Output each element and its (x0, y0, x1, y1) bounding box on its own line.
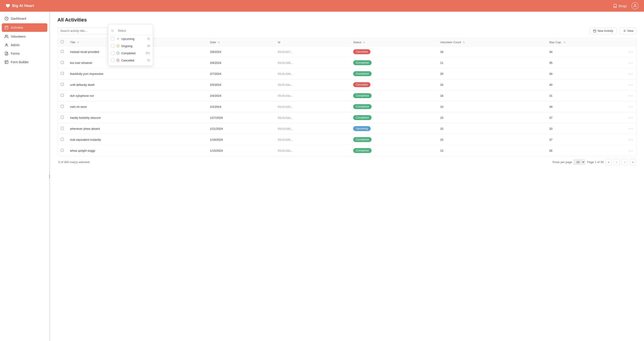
rows-per-page-control: Rows per page 10 25 50 (552, 159, 585, 165)
row-checkbox-5[interactable] (61, 105, 64, 108)
row-checkbox-6[interactable] (61, 116, 64, 119)
sidebar-label-volunteers: Volunteers (11, 35, 26, 38)
page-indicator: Page 1 of 30 (587, 160, 604, 164)
form-builder-icon (4, 60, 8, 64)
row-date: 1/27/2024 (207, 112, 275, 123)
search-input[interactable] (58, 27, 111, 34)
row-status: Cancelled (350, 46, 437, 57)
dropdown-search-input[interactable] (115, 27, 150, 34)
row-status: Completed (350, 101, 437, 112)
row-actions-button[interactable]: ··· (628, 60, 633, 65)
sidebar-label-activities: Activities (11, 26, 23, 29)
dropdown-item-upcoming[interactable]: Upcoming 31 (108, 35, 153, 42)
row-actions-button[interactable]: ··· (628, 126, 633, 131)
row-title: duh xylophone nor (67, 90, 207, 101)
row-actions-cell: ··· (626, 68, 636, 79)
header-volunteer-count[interactable]: Volunteer Count ⇅ (437, 38, 546, 46)
row-actions-cell: ··· (626, 134, 636, 145)
row-date: 1/21/2024 (207, 123, 275, 134)
dropdown-item-cancelled[interactable]: Cancelled 32 (108, 57, 153, 64)
sidebar-item-form-builder[interactable]: Form Builder (0, 58, 49, 66)
new-activity-button[interactable]: New Activity (590, 27, 617, 34)
table-row: thankfully yum impressive 2/7/2024 65c5c… (58, 68, 636, 79)
status-badge: Completed (353, 137, 372, 142)
header-status[interactable]: Status ⇅ (350, 38, 437, 46)
row-actions-button[interactable]: ··· (628, 71, 633, 76)
header-max-cap[interactable]: Max Cap. ⇅ (546, 38, 626, 46)
dropdown-label-ongoing: Ongoing (121, 44, 132, 48)
sidebar-label-dashboard: Dashboard (11, 17, 26, 20)
dropdown-cb-completed[interactable] (111, 51, 114, 55)
dropdown-label-upcoming: Upcoming (121, 37, 134, 40)
row-max-cap: 37 (546, 134, 626, 145)
dropdown-count-cancelled: 32 (147, 59, 150, 62)
status-badge: Upcoming (353, 126, 371, 131)
next-page-button[interactable]: › (622, 159, 628, 165)
rows-per-page-select[interactable]: 10 25 50 (573, 159, 585, 165)
row-actions-cell: ··· (626, 46, 636, 57)
svg-line-25 (113, 31, 114, 31)
last-page-button[interactable]: » (630, 159, 636, 165)
row-checkbox-7[interactable] (61, 127, 64, 130)
row-checkbox-cell (58, 123, 67, 134)
row-status: Cancelled (350, 79, 437, 90)
row-volunteer-count: 15 (437, 112, 546, 123)
status-badge: Completed (353, 93, 372, 98)
row-date: 2/7/2024 (207, 68, 275, 79)
sidebar-item-dashboard[interactable]: Dashboard (0, 14, 49, 23)
sidebar-item-volunteers[interactable]: Volunteers (0, 32, 49, 41)
row-checkbox-8[interactable] (61, 138, 64, 141)
svg-point-6 (6, 35, 7, 36)
sidebar-item-forms[interactable]: Forms (0, 49, 49, 58)
sidebar-item-activities[interactable]: Activities (2, 23, 47, 32)
toolbar-right: New Activity View (590, 27, 637, 34)
row-id: 65c5c3da... (275, 145, 350, 156)
pagination-controls: Rows per page 10 25 50 Page 1 of 30 « ‹ … (552, 159, 636, 165)
completed-icon (116, 51, 120, 55)
dropdown-item-ongoing[interactable]: Ongoing 36 (108, 42, 153, 49)
row-volunteer-count: 11 (437, 57, 546, 68)
date-sort-icon: ⇅ (218, 41, 220, 44)
row-actions-button[interactable]: ··· (628, 137, 633, 142)
row-actions-button[interactable]: ··· (628, 104, 633, 109)
row-actions-button[interactable]: ··· (628, 49, 633, 54)
row-checkbox-0[interactable] (61, 50, 64, 53)
dropdown-cb-cancelled[interactable] (111, 58, 114, 62)
row-date: 1/15/2024 (207, 145, 275, 156)
dropdown-cb-upcoming[interactable] (111, 37, 114, 40)
row-checkbox-9[interactable] (61, 149, 64, 152)
row-actions-button[interactable]: ··· (628, 93, 633, 98)
row-checkbox-4[interactable] (61, 94, 64, 97)
row-actions-button[interactable]: ··· (628, 148, 633, 153)
table-row: meh oh woot 2/2/2024 65c5c3d9... Complet… (58, 101, 636, 112)
view-button[interactable]: View (619, 27, 637, 34)
dropdown-item-completed[interactable]: Completed 201 (108, 49, 153, 57)
row-actions-cell: ··· (626, 90, 636, 101)
row-title: club equivalent instantly (67, 134, 207, 145)
row-checkbox-cell (58, 134, 67, 145)
header-date[interactable]: Date ⇅ (207, 38, 275, 46)
row-actions-button[interactable]: ··· (628, 115, 633, 120)
row-checkbox-2[interactable] (61, 72, 64, 75)
row-title: until defiantly dwell (67, 79, 207, 90)
brand-logo[interactable]: Big At Heart (6, 3, 34, 8)
user-avatar[interactable] (632, 2, 638, 9)
prev-page-button[interactable]: ‹ (614, 159, 620, 165)
first-page-button[interactable]: « (606, 159, 612, 165)
row-actions-button[interactable]: ··· (628, 82, 633, 87)
svg-point-7 (6, 44, 7, 45)
row-title: hastily foolishly obscure (67, 112, 207, 123)
row-checkbox-3[interactable] (61, 83, 64, 86)
row-id: 65c5c3d7... (275, 46, 350, 57)
status-dropdown: Upcoming 31 Ongoing 36 (108, 24, 153, 66)
select-all-checkbox[interactable] (61, 40, 64, 43)
row-checkbox-cell (58, 101, 67, 112)
dropdown-search-row (108, 26, 153, 35)
blogs-link[interactable]: Blogs (613, 4, 627, 8)
sidebar-item-admin[interactable]: Admin (0, 41, 49, 49)
row-checkbox-1[interactable] (61, 61, 64, 64)
table-row: duh xylophone nor 2/4/2024 65c5c3da... C… (58, 90, 636, 101)
dropdown-count-ongoing: 36 (147, 44, 150, 47)
dropdown-cb-ongoing[interactable] (111, 44, 114, 48)
row-volunteer-count: 16 (437, 90, 546, 101)
